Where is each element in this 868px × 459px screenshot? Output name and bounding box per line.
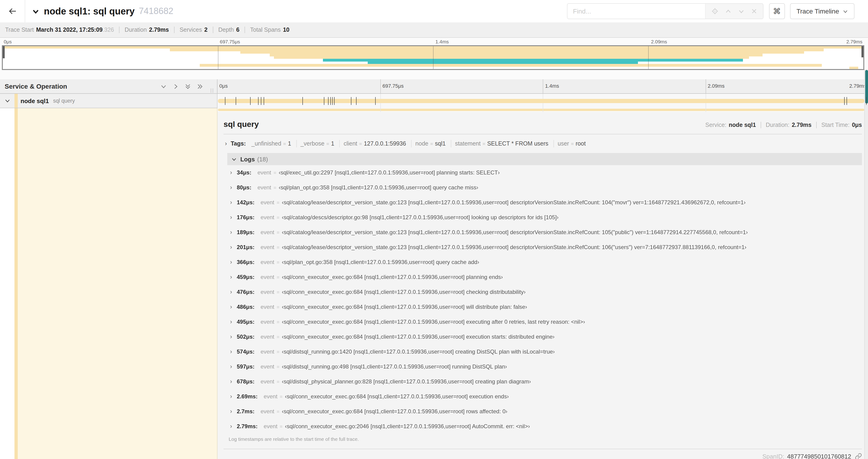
span-row-name-cell[interactable]: node sql1 sql query — [0, 94, 217, 108]
chevron-right-icon[interactable]: › — [230, 169, 232, 176]
span-duration-bar[interactable] — [218, 99, 864, 103]
log-equals: = — [277, 304, 280, 310]
tag-key: user — [558, 140, 569, 147]
stat-value: 2.79ms — [792, 122, 811, 128]
collapse-one-icon[interactable] — [160, 83, 166, 89]
chevron-right-icon[interactable]: › — [230, 318, 232, 325]
view-selector-label: Trace Timeline — [796, 7, 839, 15]
log-row[interactable]: ›176μs:event=‹sql/catalog/descs/descript… — [227, 210, 862, 225]
log-equals: = — [277, 230, 280, 235]
log-timestamp: 574μs: — [237, 349, 254, 355]
log-timestamp: 2.7ms: — [237, 408, 254, 415]
minimap-gridline — [433, 46, 434, 69]
log-row[interactable]: ›2.79ms:event=‹sql/conn_executor_exec.go… — [227, 419, 862, 434]
service-name: node sql1 — [21, 97, 49, 104]
logs-list: ›34μs:event=‹sql/exec_util.go:2297 [nsql… — [227, 165, 862, 434]
span-bar-area[interactable] — [217, 94, 868, 108]
chevron-right-icon[interactable]: › — [230, 243, 232, 250]
log-row[interactable]: ›142μs:event=‹sql/catalog/lease/descript… — [227, 195, 862, 210]
minimap-span-bar — [323, 59, 743, 61]
chevron-right-icon[interactable]: › — [230, 214, 232, 220]
axis-tick-label: 2.79ms — [846, 39, 862, 44]
log-message: ‹sql/conn_executor_exec.go:684 [nsql1,cl… — [282, 289, 526, 295]
command-icon: ⌘ — [773, 6, 781, 16]
chevron-down-icon[interactable] — [5, 98, 10, 104]
minimap-canvas[interactable] — [2, 45, 864, 70]
chevron-right-icon[interactable]: › — [230, 407, 232, 415]
link-icon[interactable] — [855, 453, 862, 459]
minimap-right-scrubber[interactable] — [862, 46, 863, 57]
log-row[interactable]: ›34μs:event=‹sql/exec_util.go:2297 [nsql… — [227, 165, 862, 180]
find-input[interactable] — [567, 4, 705, 19]
chevron-right-icon[interactable]: › — [230, 393, 232, 399]
chevron-right-icon[interactable]: › — [230, 288, 232, 295]
log-row[interactable]: ›201μs:event=‹sql/catalog/lease/descript… — [227, 240, 862, 255]
log-message: ‹sql/conn_executor_exec.go:684 [nsql1,cl… — [282, 408, 507, 415]
chevron-right-icon[interactable]: › — [230, 333, 232, 340]
log-row[interactable]: ›678μs:event=‹sql/distsql_physical_plann… — [227, 374, 862, 389]
chevron-down-icon — [843, 9, 848, 14]
ruler-gridline — [380, 79, 380, 93]
log-row[interactable]: ›597μs:event=‹sql/distsql_running.go:498… — [227, 359, 862, 374]
chevron-right-icon[interactable]: › — [230, 228, 232, 235]
log-event-key: event — [260, 333, 274, 340]
chevron-right-icon[interactable]: › — [230, 258, 232, 265]
log-row[interactable]: ›366μs:event=‹sql/plan_opt.go:358 [nsql1… — [227, 255, 862, 270]
arrow-left-icon — [8, 7, 17, 15]
prev-result-icon[interactable] — [725, 8, 731, 14]
timeline-gridline — [380, 108, 380, 112]
chevron-right-icon[interactable]: › — [230, 184, 232, 191]
log-row[interactable]: ›2.7ms:event=‹sql/conn_executor_exec.go:… — [227, 404, 862, 419]
log-row[interactable]: ›574μs:event=‹sql/distsql_running.go:142… — [227, 344, 862, 359]
collapse-trace-chevron[interactable] — [32, 8, 39, 15]
chevron-right-icon[interactable]: › — [230, 348, 232, 355]
locate-icon[interactable] — [711, 8, 718, 14]
chevron-right-icon[interactable]: › — [230, 303, 232, 310]
chevron-right-icon[interactable]: › — [230, 422, 232, 429]
log-event-key: event — [260, 259, 274, 265]
logs-accordion-header[interactable]: Logs (18) — [227, 153, 862, 165]
log-marker-tick — [250, 97, 251, 105]
log-event-key: event — [260, 304, 274, 310]
span-id-row: SpanID: 4877749850101760812 — [223, 453, 862, 459]
tags-accordion[interactable]: › Tags: _unfinished=1_verbose=1client=12… — [223, 138, 862, 149]
find-controls — [705, 4, 763, 19]
log-marker-tick — [302, 97, 303, 105]
tag-value: 1 — [288, 140, 291, 147]
log-row[interactable]: ›189μs:event=‹sql/catalog/lease/descript… — [227, 225, 862, 240]
log-timestamp: 502μs: — [237, 333, 254, 340]
trace-view-selector[interactable]: Trace Timeline — [790, 3, 855, 19]
minimap-left-scrubber[interactable] — [3, 46, 5, 58]
span-id-label: SpanID: — [762, 453, 784, 459]
chevron-right-icon[interactable]: › — [230, 273, 232, 280]
next-result-icon[interactable] — [738, 8, 744, 14]
log-row[interactable]: ›486μs:event=‹sql/conn_executor_exec.go:… — [227, 299, 862, 315]
clear-search-icon[interactable] — [751, 8, 757, 14]
expand-all-icon[interactable] — [197, 83, 203, 89]
log-equals: = — [277, 319, 280, 325]
log-message: ‹sql/catalog/descs/descriptor.go:98 [nsq… — [282, 214, 559, 221]
tag-value: sql1 — [435, 140, 446, 147]
log-row[interactable]: ›495μs:event=‹sql/conn_executor_exec.go:… — [227, 315, 862, 329]
log-row[interactable]: ›476μs:event=‹sql/conn_executor_exec.go:… — [227, 285, 862, 299]
collapse-all-icon[interactable] — [185, 83, 191, 89]
log-row[interactable]: ›459μs:event=‹sql/conn_executor_exec.go:… — [227, 270, 862, 285]
axis-tick-label: 0μs — [219, 83, 228, 89]
column-resize-grip[interactable]: || — [211, 88, 214, 93]
expand-one-icon[interactable] — [173, 83, 179, 89]
top-bar: node sql1: sql query 7418682 ⌘ Trace Tim… — [0, 0, 868, 22]
timeline-ruler: 0μs697.75μs1.4ms2.09ms2.79ms — [217, 79, 868, 94]
chevron-right-icon[interactable]: › — [230, 198, 232, 205]
chevron-right-icon[interactable]: › — [230, 378, 232, 385]
log-marker-tick — [331, 97, 331, 105]
keyboard-shortcuts-button[interactable]: ⌘ — [769, 3, 785, 19]
chevron-right-icon[interactable]: › — [230, 363, 232, 370]
log-row[interactable]: ›80μs:event=‹sql/plan_opt.go:358 [nsql1,… — [227, 180, 862, 195]
scrollbar-track[interactable] — [864, 69, 868, 459]
separator — [174, 27, 175, 33]
log-row[interactable]: ›2.69ms:event=‹sql/conn_executor_exec.go… — [227, 389, 862, 404]
stat-value: node sql1 — [729, 122, 756, 128]
back-button[interactable] — [0, 0, 25, 22]
meta-value: 10 — [283, 27, 289, 33]
log-row[interactable]: ›502μs:event=‹sql/conn_executor_exec.go:… — [227, 329, 862, 344]
